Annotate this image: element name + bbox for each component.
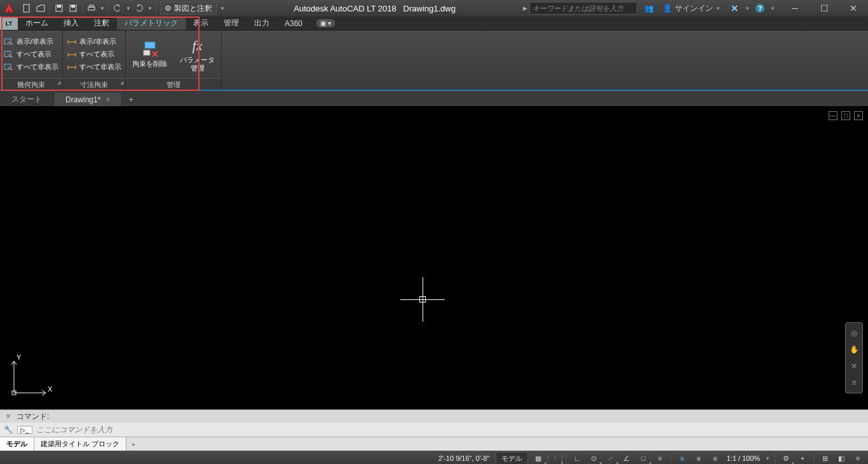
svg-text:X: X	[48, 385, 52, 393]
tab-a360[interactable]: A360	[277, 17, 310, 30]
command-close-icon[interactable]: ×	[4, 412, 13, 421]
otrack-icon[interactable]: ∠	[619, 452, 634, 464]
nav-zoom-icon[interactable]: ⤧	[848, 360, 860, 372]
svg-text:?: ?	[758, 4, 763, 12]
redo-icon[interactable]	[133, 2, 146, 15]
doctab-drawing1[interactable]: Drawing1*×	[54, 93, 122, 106]
parameter-manager-button[interactable]: fx パラメータ 管理	[173, 31, 221, 78]
print-icon[interactable]	[85, 2, 98, 15]
quick-properties-icon[interactable]: ◧	[834, 452, 849, 464]
annotation-visibility-icon[interactable]: ⚹	[691, 452, 706, 464]
workspace-selector[interactable]: ⚙ 製図と注釈	[160, 2, 217, 15]
layout-tab-title-block[interactable]: 建築用タイトル ブロック	[34, 437, 126, 451]
layout-add-button[interactable]: +	[126, 437, 140, 451]
doctab-start[interactable]: スタート	[0, 93, 54, 106]
scale-display[interactable]: 1:1 / 100%	[724, 454, 763, 462]
tab-featured-apps[interactable]: ▣ ▾	[310, 17, 341, 30]
dimconstraint-showall-icon	[67, 50, 77, 60]
signin-button[interactable]: 👤 サインイン ▼	[659, 3, 724, 14]
status-model-button[interactable]: モデル	[496, 452, 528, 464]
annotation-autoscale-icon[interactable]: ⚹	[707, 452, 722, 464]
viewport-minimize-icon[interactable]: —	[829, 111, 837, 120]
new-icon[interactable]	[20, 2, 33, 15]
snap-icon[interactable]: ⋮⋮⋮▼	[547, 452, 562, 464]
maximize-button[interactable]: ☐	[810, 0, 839, 17]
save-icon[interactable]	[53, 2, 65, 15]
command-input[interactable]	[36, 425, 864, 434]
add-tab-button[interactable]: +	[122, 93, 140, 106]
saveas-icon[interactable]	[67, 2, 79, 15]
redo-dropdown-icon[interactable]: ▼	[147, 6, 153, 11]
lt-badge[interactable]: LT	[0, 17, 18, 30]
ribbon-tabs: LT ホーム 挿入 注釈 パラメトリック 表示 管理 出力 A360 ▣ ▾	[0, 17, 868, 31]
svg-rect-12	[145, 42, 155, 48]
undo-dropdown-icon[interactable]: ▼	[125, 6, 132, 11]
dimconstraint-hideall-icon	[67, 62, 77, 72]
infocenter-icon[interactable]: 👥	[642, 2, 655, 15]
nav-orbit-icon[interactable]: ≡	[848, 376, 860, 389]
tab-parametric[interactable]: パラメトリック	[117, 17, 186, 30]
coordinates-display[interactable]: 2'-10 9/16", 0'-8"	[432, 454, 496, 462]
lineweight-icon[interactable]: ≡	[652, 452, 667, 464]
tab-output[interactable]: 出力	[247, 17, 277, 30]
panel-title-geometric[interactable]: 幾何拘束◢	[0, 78, 62, 90]
title-text: Autodesk AutoCAD LT 2018 Drawing1.dwg	[228, 4, 521, 13]
app-logo[interactable]	[0, 0, 18, 17]
command-input-row: 🔧 ▷_	[0, 423, 868, 437]
gear-icon: ⚙	[165, 4, 172, 13]
viewport-close-icon[interactable]: ×	[854, 111, 863, 120]
close-button[interactable]: ✕	[839, 0, 868, 17]
layout-tab-model[interactable]: モデル	[0, 437, 34, 451]
panel-title-dimensional[interactable]: 寸法拘束◢	[63, 78, 125, 90]
open-icon[interactable]	[34, 2, 47, 15]
dim-show-hide-button[interactable]: 表示/非表示	[67, 37, 121, 47]
svg-rect-13	[144, 50, 150, 55]
delete-constraint-icon	[141, 40, 159, 58]
isodraft-icon[interactable]: ⟋▼	[602, 452, 618, 464]
layout-tabs: モデル 建築用タイトル ブロック +	[0, 437, 868, 451]
grid-icon[interactable]: ▦▼	[531, 452, 546, 464]
delete-constraint-button[interactable]: 拘束を削除	[126, 31, 173, 78]
tab-home[interactable]: ホーム	[18, 17, 56, 30]
units-icon[interactable]: ⊞	[817, 452, 832, 464]
tab-view[interactable]: 表示	[186, 17, 216, 30]
svg-rect-2	[57, 5, 61, 8]
command-settings-icon[interactable]: 🔧	[4, 425, 13, 434]
search-box[interactable]: キーワードまたは語句を入力	[529, 2, 637, 15]
close-tab-icon[interactable]: ×	[105, 95, 110, 104]
workspace-dropdown-icon[interactable]: ▼	[217, 6, 228, 11]
drawing-canvas[interactable]: — □ × X Y ◎ ✋ ⤧ ≡	[0, 106, 868, 409]
dim-show-all-button[interactable]: すべて表示	[67, 50, 121, 60]
geom-show-all-button[interactable]: すべて表示	[4, 50, 58, 60]
annotation-scale-icon[interactable]: ⚹	[674, 452, 689, 464]
print-dropdown-icon[interactable]: ▼	[99, 6, 105, 11]
panel-title-manage[interactable]: 管理	[126, 78, 221, 90]
annotation-monitor-icon[interactable]: +	[795, 452, 810, 464]
nav-wheel-icon[interactable]: ◎	[848, 327, 860, 339]
customization-icon[interactable]: ≡	[850, 452, 865, 464]
dim-hide-all-button[interactable]: すべて非表示	[67, 62, 121, 72]
constraint-show-icon	[4, 37, 14, 47]
viewport-maximize-icon[interactable]: □	[841, 111, 850, 120]
nav-pan-icon[interactable]: ✋	[848, 343, 860, 356]
undo-icon[interactable]	[111, 2, 124, 15]
tab-manage[interactable]: 管理	[216, 17, 247, 30]
tab-insert[interactable]: 挿入	[56, 17, 86, 30]
tab-annotate[interactable]: 注釈	[86, 17, 117, 30]
polar-icon[interactable]: ⊙▼	[586, 452, 601, 464]
workspace-switching-icon[interactable]: ⚙▼	[778, 452, 794, 464]
quick-access-toolbar: ▼ ▼ ▼	[18, 2, 160, 15]
exchange-icon[interactable]	[728, 2, 741, 15]
command-prompt-icon[interactable]: ▷_	[17, 426, 32, 434]
osnap-icon[interactable]: □▼	[635, 452, 651, 464]
minimize-button[interactable]: ─	[780, 0, 810, 17]
help-icon[interactable]: ?	[754, 2, 766, 15]
constraint-showall-icon	[4, 50, 14, 60]
svg-rect-0	[24, 4, 29, 12]
geom-show-hide-button[interactable]: 表示/非表示	[4, 37, 58, 47]
fx-icon: fx	[189, 37, 207, 55]
ortho-icon[interactable]: ∟	[569, 452, 585, 464]
navigation-bar: ◎ ✋ ⤧ ≡	[845, 322, 863, 393]
workspace-label: 製図と注釈	[174, 3, 212, 14]
geom-hide-all-button[interactable]: すべて非表示	[4, 62, 58, 72]
